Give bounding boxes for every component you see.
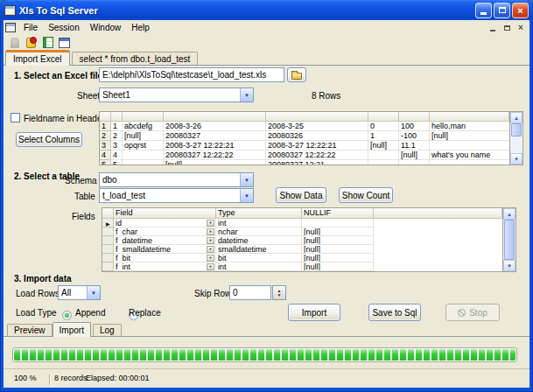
scroll-up-icon[interactable] (503, 208, 515, 220)
stop-button[interactable]: Stop (445, 304, 500, 321)
fields-grid: Field Type NULLIF id int f_char (102, 207, 516, 272)
show-data-button[interactable]: Show Data (276, 187, 326, 203)
skip-rows-spinner[interactable]: ▲ ▼ (272, 285, 286, 300)
excel-file-input[interactable] (99, 67, 284, 82)
tab-select-query[interactable]: select * from dbo.t_load_test (72, 52, 199, 65)
menu-window[interactable]: Window (85, 22, 127, 33)
sql-grid-icon (59, 38, 70, 48)
load-rows-combobox[interactable]: All (58, 285, 101, 300)
field-row[interactable]: f_int int [null] (102, 262, 502, 271)
section1-title: 1. Select an Excel file (14, 71, 102, 80)
rows-count-text: 8 Rows (312, 91, 340, 101)
table-row[interactable]: 55...[null]20080327 12:21 (100, 160, 509, 164)
mdi-close-button[interactable]: × (514, 22, 528, 33)
mdi-restore-icon (504, 25, 510, 31)
status-elapsed: Elapsed: 00:00:01 (86, 374, 150, 382)
save-to-sql-button[interactable]: Save to Sql (368, 304, 421, 321)
sheet-combobox[interactable]: Sheet1 (99, 88, 254, 102)
table-row[interactable]: 33opqrst2008-3-27 12:22:212008-3-27 12:2… (100, 141, 509, 150)
load-rows-label: Load Rows (16, 289, 60, 298)
fieldname-in-header-checkbox[interactable] (11, 113, 20, 122)
browse-file-button[interactable] (287, 67, 306, 82)
preview-grid: 11abcdefg2008-3-262008-3-250100hello,man… (99, 111, 523, 165)
fields-grid-scrollbar[interactable] (502, 208, 515, 271)
excel-icon (43, 37, 53, 48)
import-button[interactable]: Import (288, 304, 340, 321)
dropdown-arrow-icon[interactable] (240, 88, 253, 102)
skip-rows-input[interactable] (229, 285, 271, 300)
new-session-button[interactable] (23, 36, 39, 50)
maximize-button[interactable] (494, 3, 510, 18)
menu-help[interactable]: Help (126, 22, 155, 33)
connect-button[interactable] (6, 36, 23, 50)
table-combobox[interactable]: t_load_test (99, 188, 254, 203)
preview-grid-body: 11abcdefg2008-3-262008-3-250100hello,man… (100, 112, 509, 164)
dropdown-arrow-icon[interactable] (87, 286, 100, 299)
connect-icon (11, 38, 19, 48)
status-separator (49, 374, 51, 385)
minimize-button[interactable] (475, 3, 492, 18)
row-marker-icon (102, 219, 114, 228)
fieldname-in-header-label[interactable]: Fieldname in Header (24, 114, 105, 123)
table-row[interactable]: 4420080327 12:22:2220080327 12:22:22[nul… (100, 150, 509, 160)
tab-import[interactable]: Import (53, 322, 91, 337)
dropdown-arrow-icon[interactable] (207, 228, 214, 235)
append-radio[interactable] (62, 311, 72, 320)
field-row[interactable]: f_smalldatetime smalldatetime [null] (102, 245, 502, 254)
dropdown-arrow-icon[interactable] (240, 189, 253, 202)
maximize-icon (499, 7, 506, 13)
stop-button-label: Stop (469, 308, 487, 318)
minimize-icon (480, 12, 487, 15)
dropdown-arrow-icon[interactable] (207, 255, 214, 262)
replace-radio-label[interactable]: Replace (129, 308, 161, 318)
append-radio-label[interactable]: Append (75, 308, 105, 318)
field-row[interactable]: f_bit bit [null] (102, 254, 502, 262)
progress-bar (12, 347, 517, 362)
field-row[interactable]: f_datetime datetime [null] (102, 236, 502, 245)
scroll-down-icon[interactable] (510, 153, 522, 164)
tab-preview[interactable]: Preview (7, 324, 53, 336)
main-tab-bar: Import Excel select * from dbo.t_load_te… (4, 50, 529, 66)
mdi-restore-button[interactable] (500, 22, 514, 33)
mdi-child-icon (5, 23, 16, 32)
dropdown-arrow-icon[interactable] (207, 237, 214, 244)
scroll-down-icon[interactable] (503, 260, 515, 271)
menu-session[interactable]: Session (43, 22, 85, 33)
spin-down-icon[interactable]: ▼ (277, 293, 282, 298)
column-header-field: Field (114, 208, 216, 219)
folder-open-icon (291, 73, 302, 80)
preview-grid-scrollbar[interactable] (509, 112, 522, 164)
title-bar[interactable]: Xls To Sql Server × (0, 0, 533, 20)
status-bar: 100 % 8 records Elapsed: 00:00:01 (4, 368, 529, 386)
column-header-type: Type (216, 208, 302, 219)
dropdown-arrow-icon[interactable] (240, 173, 253, 186)
scrollbar-thumb[interactable] (511, 123, 522, 136)
tab-import-excel[interactable]: Import Excel (5, 50, 70, 66)
load-rows-value: All (61, 288, 87, 298)
field-row[interactable]: id int (102, 219, 502, 228)
dropdown-arrow-icon[interactable] (207, 263, 214, 270)
show-count-button[interactable]: Show Count (339, 187, 393, 203)
table-row[interactable]: 11abcdefg2008-3-262008-3-250100hello,man (100, 122, 509, 131)
schema-combobox[interactable]: dbo (99, 172, 254, 187)
dropdown-arrow-icon[interactable] (207, 220, 214, 227)
scrollbar-thumb[interactable] (504, 220, 515, 260)
field-row[interactable]: f_char nchar [null] (102, 228, 502, 236)
scroll-up-icon[interactable] (510, 112, 522, 123)
window-title: Xls To Sql Server (19, 5, 473, 16)
stop-icon (458, 309, 466, 317)
select-columns-button[interactable]: Select Columns (16, 132, 82, 147)
menu-bar: File Session Window Help × (4, 20, 529, 35)
tab-log[interactable]: Log (93, 324, 122, 336)
dropdown-arrow-icon[interactable] (207, 246, 214, 253)
import-excel-button[interactable] (39, 36, 56, 50)
table-label: Table (74, 192, 95, 201)
mdi-minimize-button[interactable] (486, 22, 500, 33)
menu-file[interactable]: File (18, 22, 43, 33)
column-header-nullif: NULLIF (302, 208, 374, 219)
table-row[interactable]: 22[null]20080327200803261-100[null] (100, 131, 509, 141)
progress-fill (14, 349, 515, 360)
close-button[interactable]: × (512, 3, 529, 18)
sql-query-button[interactable] (56, 36, 73, 50)
load-type-label: Load Type (16, 308, 57, 318)
